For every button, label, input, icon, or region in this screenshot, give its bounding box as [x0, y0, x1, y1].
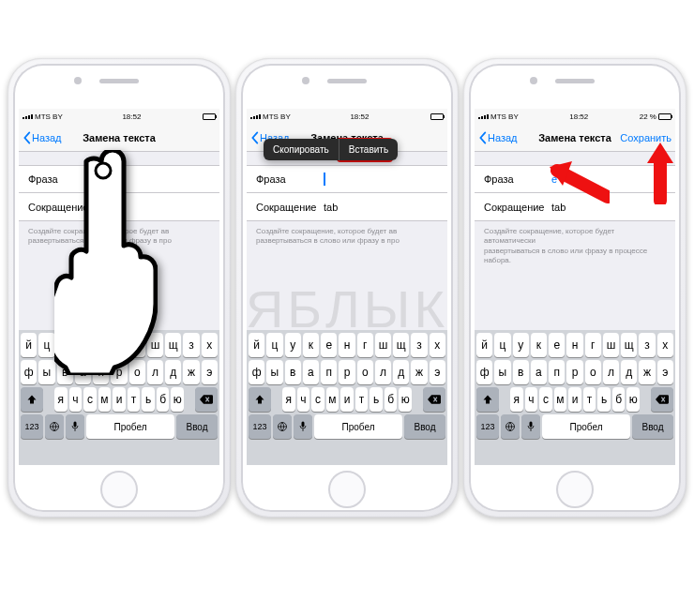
letter-key[interactable]: р — [339, 360, 355, 384]
letter-key[interactable]: з — [183, 333, 199, 357]
letter-key[interactable]: ф — [21, 360, 37, 384]
paste-menu-item[interactable]: Вставить — [339, 139, 398, 160]
letter-key[interactable]: ь — [597, 387, 611, 412]
letter-key[interactable]: э — [430, 360, 445, 384]
letter-key[interactable]: а — [531, 360, 547, 384]
letter-key[interactable]: й — [21, 333, 37, 357]
shift-key[interactable] — [476, 387, 499, 412]
letter-key[interactable]: т — [355, 387, 369, 412]
letter-key[interactable]: ж — [411, 360, 427, 384]
numbers-key[interactable]: 123 — [249, 414, 271, 439]
shortcut-input[interactable]: tab — [324, 202, 338, 213]
letter-key[interactable]: ю — [399, 387, 412, 412]
letter-key[interactable]: у — [513, 333, 529, 357]
globe-key[interactable] — [45, 414, 64, 439]
letter-key[interactable]: т — [128, 387, 141, 412]
letter-key[interactable]: э — [202, 360, 218, 384]
home-button[interactable] — [100, 471, 138, 508]
letter-key[interactable]: д — [393, 360, 409, 384]
letter-key[interactable]: л — [603, 360, 619, 384]
letter-key[interactable]: ч — [297, 387, 310, 412]
copy-menu-item[interactable]: Скопировать — [264, 139, 339, 160]
letter-key[interactable]: ж — [183, 360, 199, 384]
letter-key[interactable]: ч — [525, 387, 538, 412]
letter-key[interactable]: я — [282, 387, 295, 412]
space-key[interactable]: Пробел — [86, 414, 174, 439]
letter-key[interactable]: щ — [165, 333, 181, 357]
globe-key[interactable] — [501, 414, 520, 439]
letter-key[interactable]: к — [303, 333, 319, 357]
backspace-key[interactable] — [651, 387, 673, 412]
enter-key[interactable]: Ввод — [176, 414, 218, 439]
letter-key[interactable]: д — [621, 360, 637, 384]
letter-key[interactable]: н — [566, 333, 582, 357]
letter-key[interactable]: и — [113, 387, 126, 412]
keyboard[interactable]: йцукенгшщзх фывапролджэ ячсмитьбю 123 Пр… — [475, 330, 675, 465]
letter-key[interactable]: м — [554, 387, 567, 412]
shift-key[interactable] — [21, 387, 43, 412]
letter-key[interactable]: щ — [621, 333, 637, 357]
letter-key[interactable]: й — [249, 333, 264, 357]
back-button[interactable]: Назад — [478, 131, 518, 144]
letter-key[interactable]: ы — [266, 360, 282, 384]
letter-key[interactable]: й — [476, 333, 492, 357]
context-menu[interactable]: Скопировать Вставить — [264, 139, 398, 160]
backspace-key[interactable] — [195, 387, 218, 412]
letter-key[interactable]: у — [285, 333, 301, 357]
letter-key[interactable]: я — [510, 387, 523, 412]
phrase-row[interactable]: Фраза — [247, 165, 447, 193]
letter-key[interactable]: е — [321, 333, 337, 357]
letter-key[interactable]: х — [202, 333, 218, 357]
letter-key[interactable]: п — [549, 360, 565, 384]
letter-key[interactable]: ы — [38, 360, 54, 384]
numbers-key[interactable]: 123 — [21, 414, 43, 439]
letter-key[interactable]: и — [568, 387, 581, 412]
shortcut-row[interactable]: Сокращение tab — [247, 193, 447, 221]
letter-key[interactable]: с — [83, 387, 97, 412]
letter-key[interactable]: о — [357, 360, 373, 384]
letter-key[interactable]: я — [54, 387, 68, 412]
letter-key[interactable]: г — [585, 333, 601, 357]
space-key[interactable]: Пробел — [542, 414, 630, 439]
letter-key[interactable]: ю — [626, 387, 640, 412]
letter-key[interactable]: е — [549, 333, 565, 357]
letter-key[interactable]: б — [385, 387, 398, 412]
enter-key[interactable]: Ввод — [632, 414, 673, 439]
space-key[interactable]: Пробел — [314, 414, 402, 439]
letter-key[interactable]: а — [303, 360, 319, 384]
globe-key[interactable] — [273, 414, 292, 439]
letter-key[interactable]: ш — [375, 333, 391, 357]
letter-key[interactable]: ь — [370, 387, 383, 412]
letter-key[interactable]: ж — [639, 360, 655, 384]
letter-key[interactable]: п — [321, 360, 337, 384]
mic-key[interactable] — [66, 414, 84, 439]
letter-key[interactable]: ш — [603, 333, 619, 357]
home-button[interactable] — [328, 471, 366, 508]
letter-key[interactable]: з — [639, 333, 655, 357]
home-button[interactable] — [556, 471, 594, 508]
letter-key[interactable]: з — [411, 333, 427, 357]
letter-key[interactable]: м — [98, 387, 112, 412]
letter-key[interactable]: м — [326, 387, 339, 412]
letter-key[interactable]: ф — [476, 360, 492, 384]
letter-key[interactable]: о — [585, 360, 601, 384]
keyboard[interactable]: йцукенгшщзх фывапролджэ ячсмитьбю 123 Пр… — [247, 330, 447, 465]
letter-key[interactable]: ф — [249, 360, 264, 384]
letter-key[interactable]: с — [311, 387, 324, 412]
back-button[interactable]: Назад — [23, 131, 62, 144]
letter-key[interactable]: ч — [69, 387, 83, 412]
letter-key[interactable]: ц — [266, 333, 282, 357]
letter-key[interactable]: в — [513, 360, 529, 384]
shift-key[interactable] — [249, 387, 271, 412]
mic-key[interactable] — [521, 414, 540, 439]
letter-key[interactable]: н — [339, 333, 355, 357]
letter-key[interactable]: щ — [393, 333, 409, 357]
letter-key[interactable]: р — [566, 360, 582, 384]
letter-key[interactable]: д — [165, 360, 181, 384]
letter-key[interactable]: х — [430, 333, 445, 357]
letter-key[interactable]: ц — [38, 333, 54, 357]
letter-key[interactable]: э — [657, 360, 673, 384]
enter-key[interactable]: Ввод — [404, 414, 445, 439]
backspace-key[interactable] — [423, 387, 445, 412]
letter-key[interactable]: к — [531, 333, 547, 357]
